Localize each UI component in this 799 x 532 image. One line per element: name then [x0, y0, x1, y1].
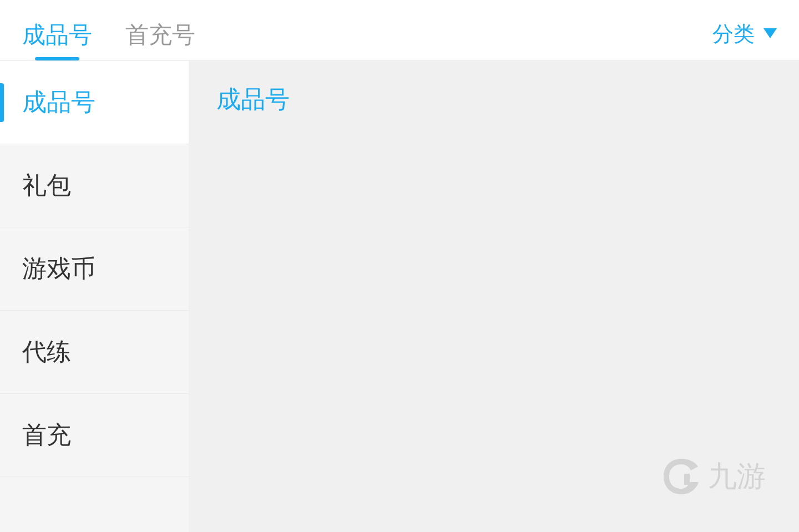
- sort-button[interactable]: 分类: [712, 20, 777, 60]
- content-area: 成品号 九游: [189, 61, 799, 532]
- watermark-logo-icon: [659, 454, 704, 499]
- sidebar: 成品号 礼包 游戏币 代练 首充: [0, 61, 189, 532]
- main-layout: 成品号 礼包 游戏币 代练 首充 成品号 九游: [0, 61, 799, 532]
- sidebar-item-dailians[interactable]: 代练: [0, 311, 189, 394]
- sidebar-item-shouchong[interactable]: 首充: [0, 394, 189, 477]
- sort-icon: [763, 28, 777, 38]
- tab-chengpinhao[interactable]: 成品号: [22, 0, 92, 60]
- sidebar-item-libao[interactable]: 礼包: [0, 144, 189, 227]
- watermark-text: 九游: [708, 457, 766, 496]
- header: 成品号 首充号 分类: [0, 0, 799, 61]
- sidebar-item-chengpinhao[interactable]: 成品号: [0, 61, 189, 144]
- watermark: 九游: [659, 454, 766, 499]
- tab-shouchonghao[interactable]: 首充号: [125, 0, 195, 60]
- header-tabs: 成品号 首充号: [22, 0, 195, 60]
- content-title: 成品号: [216, 83, 771, 116]
- sidebar-item-youxibi[interactable]: 游戏币: [0, 227, 189, 311]
